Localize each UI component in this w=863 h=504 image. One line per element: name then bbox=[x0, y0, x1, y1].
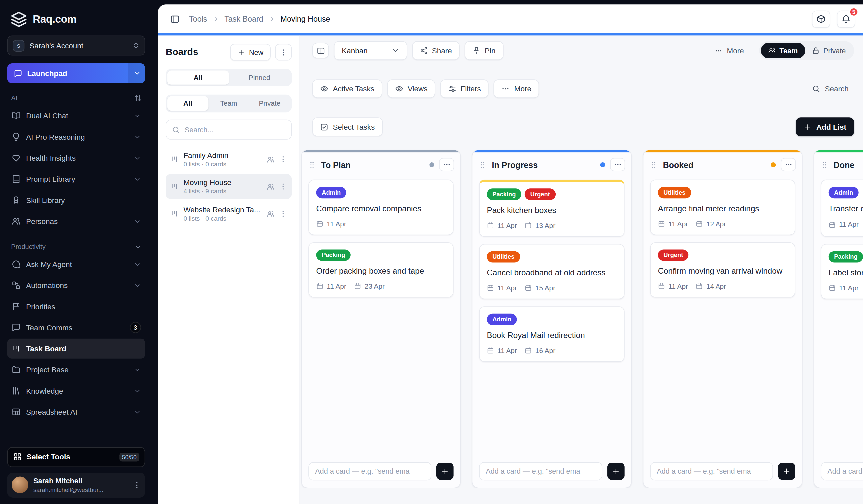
sidebar-item-project-base[interactable]: Project Base bbox=[7, 360, 146, 379]
more-vertical-icon[interactable] bbox=[279, 182, 287, 191]
account-switcher[interactable]: s Sarah's Account bbox=[7, 36, 146, 55]
breadcrumb-tools[interactable]: Tools bbox=[189, 14, 207, 23]
drag-handle-icon[interactable] bbox=[650, 160, 658, 169]
start-date: 11 Apr bbox=[487, 347, 517, 354]
more-vertical-icon[interactable] bbox=[279, 210, 287, 218]
sidebar-item-knowledge[interactable]: Knowledge bbox=[7, 380, 146, 401]
sidebar-toggle-button[interactable] bbox=[166, 10, 184, 28]
active-tasks-button[interactable]: Active Tasks bbox=[312, 79, 382, 98]
sidebar-item-automations[interactable]: Automations bbox=[7, 275, 146, 295]
grid-icon bbox=[13, 453, 22, 461]
sidebar-item-task-board[interactable]: Task Board bbox=[7, 339, 146, 359]
task-card[interactable]: Packing Urgent Pack kitchen boxes 11 Apr… bbox=[479, 180, 624, 236]
tools-count-badge: 50/50 bbox=[119, 453, 139, 462]
boards-search-input[interactable] bbox=[185, 126, 286, 134]
more-vertical-icon[interactable] bbox=[279, 155, 287, 163]
award-icon bbox=[12, 196, 21, 205]
launchpad-expand-button[interactable] bbox=[127, 63, 145, 83]
task-card[interactable]: Packing Order packing boxes and tape 11 … bbox=[308, 242, 453, 298]
task-card[interactable]: Admin Compare removal companies 11 Apr bbox=[308, 180, 453, 235]
pin-button[interactable]: Pin bbox=[465, 41, 503, 60]
tab-pinned[interactable]: Pinned bbox=[229, 70, 290, 85]
sidebar-item-health-insights[interactable]: Health Insights bbox=[7, 148, 146, 168]
board-name: Website Redesign Ta... bbox=[184, 206, 262, 214]
kanban-board: To Plan Admin Compare removal companies … bbox=[301, 150, 863, 488]
sidebar-item-team-comms[interactable]: Team Comms 3 bbox=[7, 318, 146, 338]
add-card-input[interactable] bbox=[479, 462, 602, 480]
add-card-button[interactable] bbox=[778, 463, 796, 480]
board-item-moving-house[interactable]: Moving House 4 lists · 9 cards bbox=[166, 174, 292, 199]
filters-button[interactable]: Filters bbox=[440, 79, 489, 98]
select-tasks-button[interactable]: Select Tasks bbox=[312, 117, 383, 137]
sidebar-item-ai-pro-reasoning[interactable]: AI Pro Reasoning bbox=[7, 127, 146, 147]
sidebar-item-priorities[interactable]: Priorities bbox=[7, 296, 146, 316]
calendar-icon bbox=[487, 222, 495, 229]
boards-menu-button[interactable] bbox=[275, 44, 292, 61]
integrations-button[interactable] bbox=[812, 10, 830, 28]
more-button[interactable]: More bbox=[709, 41, 750, 60]
visibility-private-button[interactable]: Private bbox=[805, 42, 852, 58]
section-label-productivity: Productivity bbox=[11, 243, 141, 250]
add-card-button[interactable] bbox=[437, 463, 454, 480]
column-menu-button[interactable] bbox=[439, 158, 454, 171]
task-card[interactable]: Utilities Cancel broadband at old addres… bbox=[479, 244, 624, 299]
sidebar-item-dual-ai-chat[interactable]: Dual AI Chat bbox=[7, 106, 146, 126]
book-open-icon bbox=[12, 112, 21, 120]
sidebar-item-label: Prompt Library bbox=[26, 175, 75, 183]
chevron-down-icon[interactable] bbox=[134, 243, 141, 250]
launchpad-button[interactable]: Launchpad bbox=[7, 63, 146, 83]
lightbulb-icon bbox=[12, 132, 21, 141]
tab-scope-private[interactable]: Private bbox=[249, 96, 290, 111]
search-button[interactable]: Search bbox=[806, 79, 854, 98]
add-list-button[interactable]: Add List bbox=[796, 117, 854, 137]
task-card[interactable]: Admin Book Royal Mail redirection 11 Apr… bbox=[479, 306, 624, 362]
add-card-input[interactable] bbox=[821, 462, 863, 480]
tab-scope-all[interactable]: All bbox=[167, 96, 209, 111]
message-circle-icon bbox=[12, 260, 21, 269]
plus-icon bbox=[441, 467, 449, 475]
task-card[interactable]: Urgent Confirm moving van arrival window… bbox=[650, 242, 795, 298]
calendar-icon bbox=[525, 222, 532, 229]
add-card-button[interactable] bbox=[607, 463, 625, 480]
views-button[interactable]: Views bbox=[387, 79, 435, 98]
board-item-family-admin[interactable]: Family Admin 0 lists · 0 cards bbox=[166, 147, 292, 172]
visibility-team-button[interactable]: Team bbox=[761, 42, 805, 58]
start-date: 11 Apr bbox=[658, 220, 688, 228]
sidebar-footer: Select Tools 50/50 Sarah Mitchell sarah.… bbox=[7, 447, 146, 498]
tab-scope-team[interactable]: Team bbox=[209, 96, 249, 111]
view-mode-select[interactable]: Kanban bbox=[334, 41, 407, 60]
drag-handle-icon[interactable] bbox=[821, 160, 829, 169]
more-filters-button[interactable]: More bbox=[494, 79, 539, 98]
tag: Urgent bbox=[525, 188, 555, 200]
board-panel-toggle-button[interactable] bbox=[312, 42, 329, 58]
sidebar-item-prompt-library[interactable]: Prompt Library bbox=[7, 169, 146, 189]
column-menu-button[interactable] bbox=[781, 158, 796, 171]
sort-icon[interactable] bbox=[134, 94, 141, 102]
pin-icon bbox=[473, 47, 480, 54]
add-card-input[interactable] bbox=[308, 462, 432, 480]
chevron-right-icon bbox=[268, 15, 276, 23]
notifications-button[interactable]: 5 bbox=[837, 10, 855, 28]
sidebar-item-spreadsheet-ai[interactable]: Spreadsheet AI bbox=[7, 402, 146, 422]
sidebar-item-personas[interactable]: Personas bbox=[7, 211, 146, 231]
drag-handle-icon[interactable] bbox=[308, 160, 316, 169]
task-card[interactable]: Packing Label stor 11 Apr bbox=[821, 244, 863, 299]
board-item-website-redesign[interactable]: Website Redesign Ta... 0 lists · 0 cards bbox=[166, 201, 292, 226]
tab-all[interactable]: All bbox=[167, 70, 229, 85]
user-menu[interactable]: Sarah Mitchell sarah.mitchell@westbur... bbox=[7, 473, 146, 498]
share-button[interactable]: Share bbox=[412, 41, 460, 60]
sliders-icon bbox=[448, 85, 456, 93]
drag-handle-icon[interactable] bbox=[479, 160, 487, 169]
task-card[interactable]: Utilities Arrange final meter readings 1… bbox=[650, 180, 795, 235]
task-card[interactable]: Admin Transfer c 11 Apr bbox=[821, 180, 863, 236]
column-menu-button[interactable] bbox=[610, 158, 625, 171]
add-card-input[interactable] bbox=[650, 462, 773, 480]
sidebar-item-skill-library[interactable]: Skill Library bbox=[7, 190, 146, 210]
new-board-button[interactable]: New bbox=[230, 44, 271, 61]
select-tools-button[interactable]: Select Tools 50/50 bbox=[7, 447, 146, 467]
more-vertical-icon[interactable] bbox=[133, 481, 141, 489]
sidebar-item-ask-my-agent[interactable]: Ask My Agent bbox=[7, 255, 146, 274]
main-area: Kanban Share Pin More bbox=[300, 36, 863, 504]
sidebar-item-label: Project Base bbox=[26, 366, 68, 374]
breadcrumb-task-board[interactable]: Task Board bbox=[224, 14, 263, 23]
